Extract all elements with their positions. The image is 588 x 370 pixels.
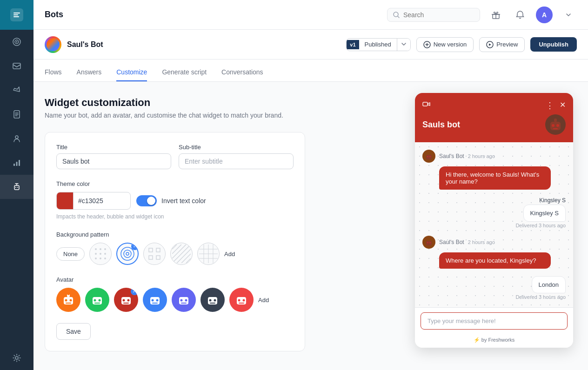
invert-text-toggle[interactable] — [136, 195, 157, 206]
gift-icon-btn[interactable] — [488, 7, 504, 23]
chat-body: Saul's Bot 2 hours ago Hi there, welcome… — [415, 142, 573, 307]
svg-point-22 — [95, 253, 97, 255]
svg-rect-61 — [123, 303, 129, 304]
save-button[interactable]: Save — [56, 323, 91, 340]
chat-message-input[interactable] — [421, 312, 568, 330]
chat-footer: ⚡ by Freshworks — [415, 334, 573, 348]
tab-conversations[interactable]: Conversations — [221, 64, 263, 81]
bot-message-2: Saul's Bot 2 hours ago Where are you loc… — [422, 236, 566, 269]
avatar-3[interactable] — [114, 288, 138, 312]
tab-answers[interactable]: Answers — [77, 64, 102, 81]
chat-bot-info-row: Sauls bot — [422, 114, 566, 135]
nav-item-knowledge[interactable] — [0, 102, 33, 126]
top-bar: Bots A — [33, 0, 588, 30]
title-group: Title — [56, 144, 171, 169]
avatar-label: Avatar — [56, 276, 294, 283]
svg-point-81 — [556, 124, 559, 127]
svg-point-71 — [209, 299, 212, 302]
invert-text-row: Invert text color — [136, 195, 206, 206]
theme-color-label: Theme color — [56, 180, 294, 187]
nav-item-contacts[interactable] — [0, 126, 33, 151]
title-input[interactable] — [56, 153, 171, 169]
nav-item-target[interactable] — [0, 30, 33, 54]
nav-item-campaigns[interactable] — [0, 78, 33, 102]
version-label: v1 — [347, 40, 359, 49]
svg-rect-7 — [13, 164, 15, 166]
version-dropdown-icon[interactable] — [397, 39, 410, 51]
svg-line-38 — [172, 244, 191, 263]
background-pattern-label: Background pattern — [56, 231, 294, 238]
user-avatar[interactable]: A — [536, 7, 553, 23]
avatar-5[interactable] — [172, 288, 196, 312]
pattern-options: None — [56, 243, 294, 265]
nav-item-reports[interactable] — [0, 151, 33, 175]
color-hex-input[interactable] — [74, 197, 120, 205]
tab-customize[interactable]: Customize — [116, 64, 147, 81]
svg-point-11 — [15, 187, 16, 188]
svg-point-72 — [214, 299, 216, 302]
avatar-7[interactable] — [229, 288, 254, 312]
subtitle-input[interactable] — [179, 153, 294, 169]
svg-point-55 — [94, 299, 96, 302]
svg-rect-57 — [94, 303, 100, 304]
nav-item-inbox[interactable] — [0, 54, 33, 78]
avatar-2[interactable] — [85, 288, 109, 312]
color-swatch[interactable] — [57, 192, 74, 209]
bot-bubble-1: Hi there, welcome to Sauls! What's your … — [439, 166, 551, 190]
svg-rect-65 — [152, 303, 158, 304]
bot-avatar-1 — [422, 150, 435, 163]
chat-header-icon-left[interactable] — [422, 100, 431, 111]
avatar-4[interactable] — [143, 288, 167, 312]
new-version-button[interactable]: New version — [416, 37, 474, 52]
svg-point-3 — [16, 41, 18, 43]
user-message-2: London Delivered 3 hours ago — [422, 276, 566, 300]
avatar-1[interactable] — [56, 288, 80, 312]
add-pattern-link[interactable]: Add — [224, 251, 235, 258]
widget-subtitle: Name your bot, add an avatar, and custom… — [45, 112, 400, 119]
preview-label: Preview — [496, 41, 518, 48]
tab-generate-script[interactable]: Generate script — [162, 64, 207, 81]
svg-point-20 — [100, 248, 101, 250]
svg-rect-51 — [66, 303, 71, 304]
nav-item-bots[interactable] — [0, 175, 33, 199]
svg-point-26 — [100, 258, 101, 259]
tab-flows[interactable]: Flows — [45, 64, 62, 81]
svg-rect-84 — [426, 155, 432, 159]
preview-button[interactable]: Preview — [479, 37, 525, 52]
svg-point-29 — [124, 250, 131, 258]
search-bar[interactable] — [387, 8, 480, 22]
form-panel: Widget customization Name your bot, add … — [33, 82, 411, 370]
svg-point-88 — [427, 242, 428, 244]
pattern-squares[interactable] — [143, 243, 166, 265]
chat-close-icon[interactable]: ✕ — [560, 100, 566, 111]
svg-rect-34 — [156, 256, 160, 259]
unpublish-button[interactable]: Unpublish — [530, 37, 577, 52]
svg-rect-83 — [554, 119, 557, 122]
pattern-dots[interactable] — [89, 243, 112, 265]
version-badge[interactable]: v1 Published — [346, 38, 410, 51]
pattern-mesh[interactable] — [197, 243, 220, 265]
subtitle-label: Sub-title — [179, 144, 294, 151]
pattern-circles[interactable] — [116, 243, 139, 265]
svg-point-6 — [15, 136, 18, 139]
dropdown-chevron[interactable] — [560, 7, 577, 23]
color-input-group[interactable] — [56, 192, 131, 210]
svg-rect-10 — [14, 185, 19, 190]
pattern-none-option[interactable]: None — [56, 247, 85, 261]
new-version-label: New version — [434, 41, 467, 48]
svg-point-28 — [121, 247, 134, 260]
svg-rect-32 — [156, 248, 160, 252]
chat-widget: ⋮ ✕ Sauls bot — [415, 93, 573, 348]
nav-logo[interactable] — [0, 0, 33, 30]
svg-point-63 — [152, 299, 154, 302]
nav-item-settings[interactable] — [0, 346, 33, 370]
bot-sender-1: Saul's Bot — [439, 153, 464, 159]
pattern-lines[interactable] — [170, 243, 193, 265]
notification-icon-btn[interactable] — [512, 7, 528, 23]
chat-more-icon[interactable]: ⋮ — [546, 100, 554, 111]
add-avatar-link[interactable]: Add — [258, 297, 269, 304]
svg-point-59 — [123, 299, 125, 302]
avatar-6[interactable] — [200, 288, 225, 312]
search-input[interactable] — [403, 11, 468, 19]
content-area: Widget customization Name your bot, add … — [33, 82, 588, 370]
